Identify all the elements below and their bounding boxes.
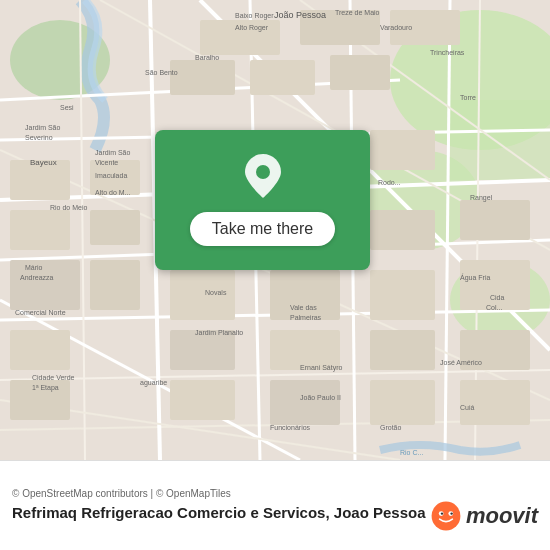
svg-text:José Américo: José Américo: [440, 359, 482, 366]
svg-point-98: [256, 165, 270, 179]
svg-text:Jardim São: Jardim São: [95, 149, 131, 156]
svg-text:Trincheiras: Trincheiras: [430, 49, 465, 56]
svg-text:1ª Etapa: 1ª Etapa: [32, 384, 59, 392]
svg-text:Alto Roger: Alto Roger: [235, 24, 269, 32]
svg-text:Rodo...: Rodo...: [378, 179, 401, 186]
svg-rect-29: [10, 260, 80, 310]
svg-rect-46: [370, 330, 435, 370]
svg-text:Severino: Severino: [25, 134, 53, 141]
svg-text:Sesi: Sesi: [60, 104, 74, 111]
svg-rect-47: [370, 380, 435, 425]
svg-text:Baixo Roger: Baixo Roger: [235, 12, 274, 20]
svg-text:Vicente: Vicente: [95, 159, 118, 166]
svg-point-99: [431, 502, 460, 531]
svg-text:aguaribe: aguaribe: [140, 379, 167, 387]
svg-text:Jardim São: Jardim São: [25, 124, 61, 131]
svg-text:Cida: Cida: [490, 294, 505, 301]
take-me-there-button[interactable]: Take me there: [190, 212, 335, 246]
copyright-text: © OpenStreetMap contributors | © OpenMap…: [12, 488, 538, 499]
svg-text:Palmeiras: Palmeiras: [290, 314, 322, 321]
svg-rect-44: [370, 210, 435, 250]
svg-text:Novals: Novals: [205, 289, 227, 296]
svg-text:Vale das: Vale das: [290, 304, 317, 311]
svg-rect-48: [460, 200, 530, 240]
svg-rect-56: [250, 60, 315, 95]
svg-text:Baralho: Baralho: [195, 54, 219, 61]
svg-text:Ernani Sátyro: Ernani Sátyro: [300, 364, 343, 372]
map-pin-icon: [245, 154, 281, 202]
svg-text:Comercial Norte: Comercial Norte: [15, 309, 66, 316]
svg-rect-51: [460, 380, 530, 425]
moovit-mascot-icon: [430, 500, 462, 532]
svg-text:Imaculada: Imaculada: [95, 172, 127, 179]
svg-text:São Bento: São Bento: [145, 69, 178, 76]
svg-text:Bayeux: Bayeux: [30, 158, 57, 167]
svg-rect-55: [170, 60, 235, 95]
svg-text:Jardim Planalto: Jardim Planalto: [195, 329, 243, 336]
svg-text:Rio C...: Rio C...: [400, 449, 423, 456]
moovit-logo: moovit: [430, 500, 538, 532]
svg-text:Água Fria: Água Fria: [460, 273, 490, 282]
svg-text:João Pessoa: João Pessoa: [274, 10, 326, 20]
svg-text:Alto do M...: Alto do M...: [95, 189, 130, 196]
svg-text:João Paulo II: João Paulo II: [300, 394, 341, 401]
svg-rect-43: [370, 130, 435, 170]
svg-text:Grotão: Grotão: [380, 424, 402, 431]
location-card: Take me there: [155, 130, 370, 270]
svg-text:Col...: Col...: [486, 304, 502, 311]
svg-text:Funcionários: Funcionários: [270, 424, 311, 431]
svg-rect-31: [10, 330, 70, 370]
svg-text:Varadouro: Varadouro: [380, 24, 412, 31]
svg-text:Mário: Mário: [25, 264, 43, 271]
svg-rect-36: [170, 330, 235, 370]
svg-rect-45: [370, 270, 435, 320]
svg-text:Andreazza: Andreazza: [20, 274, 54, 281]
svg-rect-49: [460, 260, 530, 310]
moovit-brand-text: moovit: [466, 503, 538, 529]
svg-rect-57: [330, 55, 390, 90]
svg-rect-37: [170, 380, 235, 420]
map-container: João Pessoa Varadouro Trincheiras Torre …: [0, 0, 550, 460]
svg-text:Torre: Torre: [460, 94, 476, 101]
svg-rect-40: [270, 270, 340, 320]
svg-point-102: [441, 512, 443, 514]
svg-rect-42: [270, 380, 340, 425]
svg-rect-30: [90, 260, 140, 310]
svg-text:Rangel: Rangel: [470, 194, 493, 202]
svg-text:Rio do Meio: Rio do Meio: [50, 204, 87, 211]
svg-rect-26: [10, 210, 70, 250]
svg-text:Treze de Maio: Treze de Maio: [335, 9, 380, 16]
bottom-bar: © OpenStreetMap contributors | © OpenMap…: [0, 460, 550, 550]
svg-text:Cuiá: Cuiá: [460, 404, 475, 411]
svg-rect-28: [90, 210, 140, 245]
svg-text:Cidade Verde: Cidade Verde: [32, 374, 75, 381]
svg-point-103: [450, 512, 452, 514]
